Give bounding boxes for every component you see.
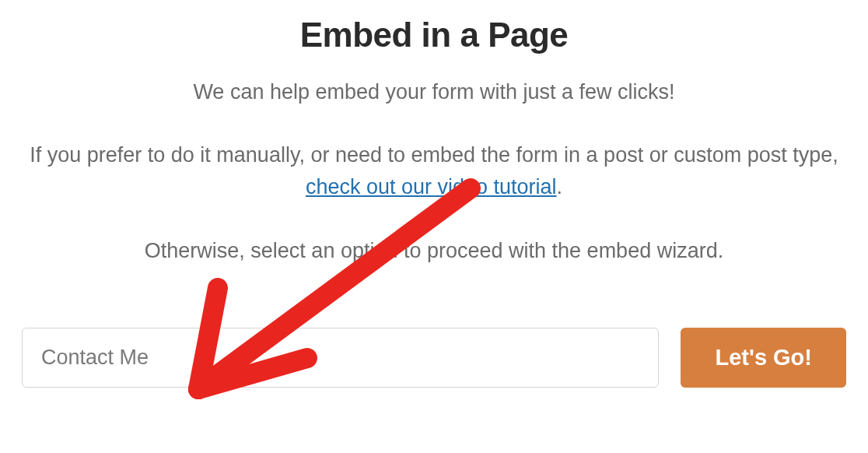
lets-go-button[interactable]: Let's Go! <box>681 328 846 388</box>
modal-title: Embed in a Page <box>22 16 846 54</box>
modal-subtitle: We can help embed your form with just a … <box>22 76 846 108</box>
modal-description: If you prefer to do it manually, or need… <box>22 139 846 205</box>
embed-form-row: Contact Me Let's Go! <box>22 328 846 388</box>
page-select-dropdown[interactable]: Contact Me <box>22 328 659 388</box>
description-prefix: If you prefer to do it manually, or need… <box>30 143 838 167</box>
description-suffix: . <box>557 175 563 198</box>
video-tutorial-link[interactable]: check out our video tutorial <box>306 175 557 198</box>
modal-instruction: Otherwise, select an option to proceed w… <box>22 235 846 267</box>
